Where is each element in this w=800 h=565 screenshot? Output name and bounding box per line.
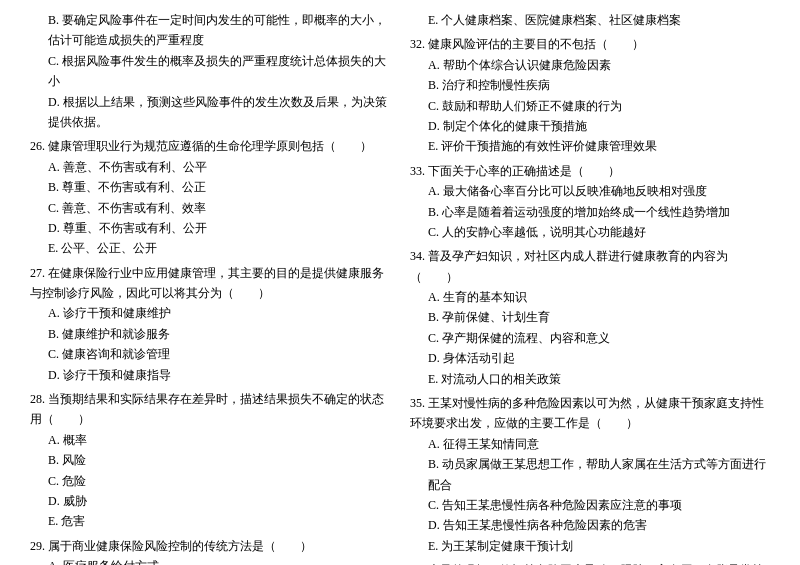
option: D. 根据以上结果，预测这些风险事件的发生次数及后果，为决策提供依据。 (48, 92, 390, 133)
question-title: 27. 在健康保险行业中应用健康管理，其主要的目的是提供健康服务与控制诊疗风险，… (30, 263, 390, 304)
option: C. 健康咨询和就诊管理 (48, 344, 390, 364)
option: D. 身体活动引起 (428, 348, 770, 368)
option: E. 评价干预措施的有效性评价健康管理效果 (428, 136, 770, 156)
question-title: 34. 普及孕产妇知识，对社区内成人群进行健康教育的内容为（ ） (410, 246, 770, 287)
option: D. 告知王某患慢性病各种危险因素的危害 (428, 515, 770, 535)
option: C. 根据风险事件发生的概率及损失的严重程度统计总体损失的大小 (48, 51, 390, 92)
option: B. 孕前保健、计划生育 (428, 307, 770, 327)
option: D. 尊重、不伤害或有利、公开 (48, 218, 390, 238)
left-column: B. 要确定风险事件在一定时间内发生的可能性，即概率的大小，估计可能造成损失的严… (30, 10, 400, 565)
option: E. 危害 (48, 511, 390, 531)
option: D. 制定个体化的健康干预措施 (428, 116, 770, 136)
option: D. 诊疗干预和健康指导 (48, 365, 390, 385)
option: E. 为王某制定健康干预计划 (428, 536, 770, 556)
question-title: 32. 健康风险评估的主要目的不包括（ ） (410, 34, 770, 54)
question-title: 26. 健康管理职业行为规范应遵循的生命伦理学原则包括（ ） (30, 136, 390, 156)
question-title: 36. 大量的吸烟、饮酒等危险因素导致了肥胖、高血压、血脂异常等疾病率上升到（ … (410, 560, 770, 565)
option: B. 动员家属做王某思想工作，帮助人家属在生活方式等方面进行配合 (428, 454, 770, 495)
option: A. 善意、不伤害或有利、公平 (48, 157, 390, 177)
option: B. 要确定风险事件在一定时间内发生的可能性，即概率的大小，估计可能造成损失的严… (48, 10, 390, 51)
question-title: 28. 当预期结果和实际结果存在差异时，描述结果损失不确定的状态用（ ） (30, 389, 390, 430)
option: A. 医疗服务给付方式 (48, 556, 390, 565)
option: B. 健康维护和就诊服务 (48, 324, 390, 344)
option: C. 善意、不伤害或有利、效率 (48, 198, 390, 218)
option: A. 帮助个体综合认识健康危险因素 (428, 55, 770, 75)
question-title: 29. 属于商业健康保险风险控制的传统方法是（ ） (30, 536, 390, 556)
option: A. 诊疗干预和健康维护 (48, 303, 390, 323)
option: A. 最大储备心率百分比可以反映准确地反映相对强度 (428, 181, 770, 201)
question-title: 33. 下面关于心率的正确描述是（ ） (410, 161, 770, 181)
option: E. 公平、公正、公开 (48, 238, 390, 258)
option: E. 对流动人口的相关政策 (428, 369, 770, 389)
option: B. 风险 (48, 450, 390, 470)
option: C. 危险 (48, 471, 390, 491)
right-column: E. 个人健康档案、医院健康档案、社区健康档案32. 健康风险评估的主要目的不包… (400, 10, 770, 565)
option: D. 威胁 (48, 491, 390, 511)
option: E. 个人健康档案、医院健康档案、社区健康档案 (428, 10, 770, 30)
option: A. 概率 (48, 430, 390, 450)
option: B. 治疗和控制慢性疾病 (428, 75, 770, 95)
option: C. 人的安静心率越低，说明其心功能越好 (428, 222, 770, 242)
option: A. 生育的基本知识 (428, 287, 770, 307)
option: B. 心率是随着着运动强度的增加始终成一个线性趋势增加 (428, 202, 770, 222)
page-content: B. 要确定风险事件在一定时间内发生的可能性，即概率的大小，估计可能造成损失的严… (30, 10, 770, 565)
option: C. 鼓励和帮助人们矫正不健康的行为 (428, 96, 770, 116)
question-title: 35. 王某对慢性病的多种危险因素以可为然，从健康干预家庭支持性环境要求出发，应… (410, 393, 770, 434)
option: A. 征得王某知情同意 (428, 434, 770, 454)
option: B. 尊重、不伤害或有利、公正 (48, 177, 390, 197)
option: C. 告知王某患慢性病各种危险因素应注意的事项 (428, 495, 770, 515)
option: C. 孕产期保健的流程、内容和意义 (428, 328, 770, 348)
